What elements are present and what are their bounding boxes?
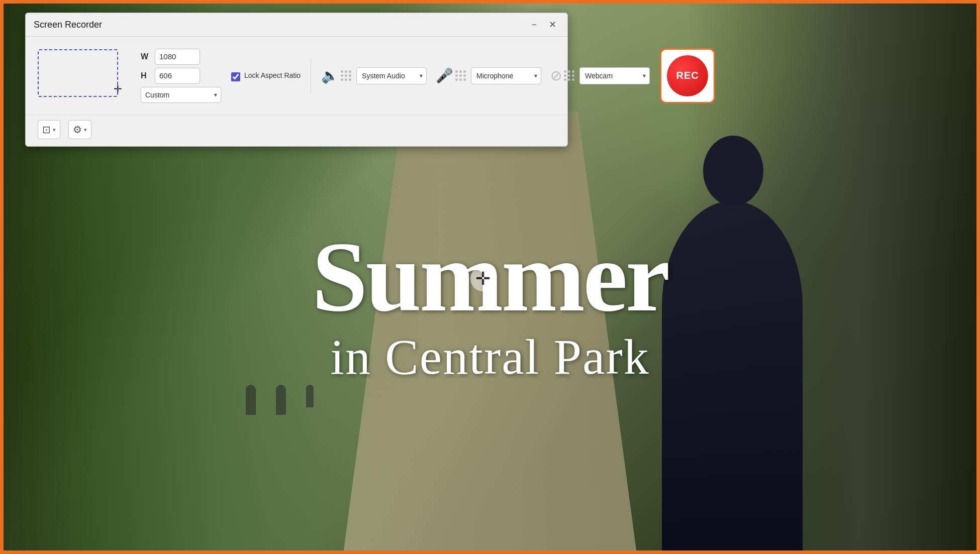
height-input[interactable] bbox=[155, 68, 200, 84]
close-button[interactable]: ✕ bbox=[546, 18, 559, 31]
webcam-select[interactable]: Webcam No Webcam bbox=[579, 67, 650, 84]
webcam-icon: ⊘ bbox=[550, 67, 562, 84]
speaker-icon: 🔈 bbox=[321, 67, 339, 84]
mic-dots bbox=[455, 70, 466, 81]
microphone-icon: 🎤 bbox=[436, 67, 453, 84]
panel-toolbar: ⊡ ▾ ⚙ ▾ bbox=[26, 115, 567, 146]
system-audio-select[interactable]: System Audio No Audio bbox=[356, 67, 427, 84]
capture-rect: ✛ bbox=[38, 49, 118, 97]
capture-area-preview: ✛ bbox=[38, 47, 131, 104]
minimize-button[interactable]: − bbox=[528, 19, 540, 31]
lock-aspect-section: Lock Aspect Ratio bbox=[231, 71, 301, 81]
rec-button[interactable]: REC bbox=[660, 48, 715, 103]
screen-chevron-icon: ▾ bbox=[53, 127, 56, 133]
app-title: Screen Recorder bbox=[34, 20, 102, 30]
recorder-panel: Screen Recorder − ✕ ✛ W H Custo bbox=[25, 13, 568, 147]
height-row: H bbox=[141, 68, 221, 84]
screen-icon: ⊡ bbox=[42, 124, 51, 136]
audio-dots bbox=[341, 70, 351, 81]
preset-dropdown[interactable]: Custom 1920×1080 1280×720 Full Screen bbox=[141, 87, 221, 103]
screen-capture-button[interactable]: ⊡ ▾ bbox=[38, 120, 60, 139]
lock-aspect-label: Lock Aspect Ratio bbox=[244, 71, 301, 80]
microphone-select[interactable]: Microphone No Microphone bbox=[471, 67, 541, 84]
settings-chevron-icon: ▾ bbox=[84, 127, 87, 133]
person-silhouette bbox=[662, 201, 803, 552]
preset-dropdown-wrapper: Custom 1920×1080 1280×720 Full Screen bbox=[141, 87, 221, 103]
rec-circle: REC bbox=[667, 55, 708, 96]
av-controls: 🔈 System Audio No Audio 🎤 bbox=[321, 67, 650, 84]
height-label: H bbox=[141, 71, 151, 80]
divider-1 bbox=[311, 58, 311, 93]
settings-icon: ⚙ bbox=[73, 124, 82, 136]
move-cursor-icon: ✛ bbox=[470, 266, 496, 291]
webcam-dots bbox=[564, 70, 574, 81]
lock-aspect-checkbox[interactable] bbox=[231, 72, 240, 81]
title-bar: Screen Recorder − ✕ bbox=[26, 13, 567, 37]
width-row: W bbox=[141, 49, 221, 65]
webcam-item: ⊘ bbox=[550, 67, 574, 84]
width-label: W bbox=[141, 52, 151, 61]
microphone-select-wrapper: Microphone No Microphone bbox=[471, 67, 541, 84]
dimensions-section: W H Custom 1920×1080 1280×720 Full Scree… bbox=[141, 49, 221, 103]
person-head bbox=[703, 136, 763, 206]
background-figures bbox=[246, 385, 314, 415]
system-audio-item: 🔈 bbox=[321, 67, 351, 84]
window-controls: − ✕ bbox=[528, 18, 559, 31]
webcam-select-wrapper: Webcam No Webcam bbox=[579, 67, 650, 84]
panel-content: ✛ W H Custom 1920×1080 1280×720 Full Scr… bbox=[26, 37, 567, 115]
system-audio-select-wrapper: System Audio No Audio bbox=[356, 67, 427, 84]
rec-label: REC bbox=[676, 70, 699, 81]
rec-button-container: REC bbox=[660, 48, 715, 103]
microphone-item: 🎤 bbox=[436, 67, 466, 84]
width-input[interactable] bbox=[155, 49, 200, 65]
capture-move-icon: ✛ bbox=[114, 83, 122, 95]
settings-button[interactable]: ⚙ ▾ bbox=[68, 120, 91, 139]
